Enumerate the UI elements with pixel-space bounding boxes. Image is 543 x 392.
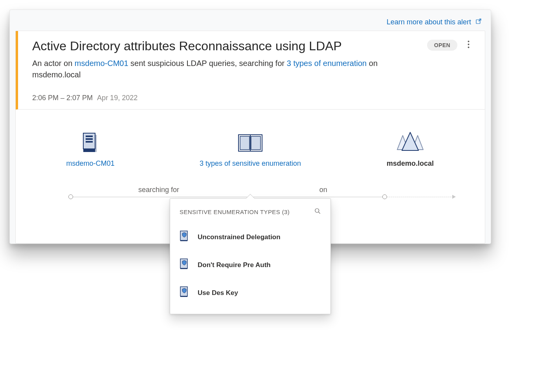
alert-card: Active Directory attributes Reconnaissan… xyxy=(15,31,485,244)
list-item-label: Don't Require Pre Auth xyxy=(198,261,271,269)
svg-rect-22 xyxy=(180,268,187,269)
svg-point-17 xyxy=(315,209,319,212)
svg-rect-8 xyxy=(86,141,93,143)
list-item-label: Use Des Key xyxy=(198,289,238,297)
svg-rect-6 xyxy=(86,136,93,137)
alert-header: Active Directory attributes Reconnaissan… xyxy=(16,31,485,110)
alert-title: Active Directory attributes Reconnaissan… xyxy=(32,38,427,54)
policy-shield-icon xyxy=(180,258,189,272)
segment-label: searching for xyxy=(138,186,179,194)
list-item[interactable]: Unconstrained Delegation xyxy=(180,223,321,251)
more-vertical-icon xyxy=(468,40,470,50)
external-link-icon xyxy=(475,18,482,27)
status-badge: OPEN xyxy=(427,40,457,51)
svg-rect-24 xyxy=(180,296,187,297)
timeline: searching for on xyxy=(71,197,453,198)
desc-text: sent suspicious LDAP queries, searching … xyxy=(128,59,287,68)
svg-rect-5 xyxy=(83,149,95,152)
enumeration-popover: SENSITIVE ENUMERATION TYPES (3) xyxy=(170,198,331,314)
desc-text: on xyxy=(367,59,378,68)
search-button[interactable] xyxy=(314,207,321,216)
timeline-dot xyxy=(68,194,73,199)
svg-point-1 xyxy=(468,41,469,42)
svg-line-18 xyxy=(319,212,320,214)
source-host-link[interactable]: msdemo-CM01 xyxy=(66,159,114,167)
svg-point-2 xyxy=(468,44,469,45)
popover-list: Unconstrained Delegation Don't Require P… xyxy=(170,219,330,307)
svg-rect-7 xyxy=(86,138,93,140)
actor-host-link[interactable]: msdemo-CM01 xyxy=(75,59,128,68)
svg-rect-11 xyxy=(240,136,249,150)
timeline-dot xyxy=(382,194,387,199)
target-node: msdemo.local xyxy=(351,129,469,168)
policy-shield-icon xyxy=(180,286,189,300)
enumeration-types-link[interactable]: 3 types of enumeration xyxy=(287,59,367,68)
desc-text: An actor on xyxy=(32,59,75,68)
source-node: msdemo-CM01 xyxy=(31,129,149,168)
timeline-arrow-icon xyxy=(452,195,456,199)
learn-more-row: Learn more about this alert xyxy=(15,15,485,31)
target-domain-text: msdemo.local xyxy=(32,70,81,79)
server-icon xyxy=(31,129,149,153)
alert-timestamp: 2:06 PM – 2:07 PM Apr 19, 2022 xyxy=(32,94,427,102)
time-range: 2:06 PM – 2:07 PM xyxy=(32,94,93,102)
search-icon xyxy=(314,209,321,216)
attack-diagram: msdemo-CM01 3 types of sensitive enumera… xyxy=(16,110,485,243)
enumeration-link[interactable]: 3 types of sensitive enumeration xyxy=(191,159,309,168)
alert-panel: Learn more about this alert Active Direc… xyxy=(9,9,491,244)
enumeration-node: 3 types of sensitive enumeration xyxy=(191,129,309,168)
list-item[interactable]: Use Des Key xyxy=(180,279,321,307)
svg-rect-9 xyxy=(95,135,97,152)
book-icon xyxy=(191,129,309,153)
target-domain-label: msdemo.local xyxy=(351,159,469,168)
popover-title: SENSITIVE ENUMERATION TYPES (3) xyxy=(180,209,290,215)
forest-domain-icon xyxy=(351,129,469,153)
policy-shield-icon xyxy=(180,230,189,244)
alert-description: An actor on msdemo-CM01 sent suspicious … xyxy=(32,58,427,81)
more-actions-button[interactable] xyxy=(463,40,474,51)
svg-point-3 xyxy=(468,47,469,48)
list-item[interactable]: Don't Require Pre Auth xyxy=(180,251,321,279)
alert-date: Apr 19, 2022 xyxy=(97,94,138,102)
svg-rect-12 xyxy=(251,136,260,150)
segment-label: on xyxy=(319,186,327,194)
learn-more-link[interactable]: Learn more about this alert xyxy=(387,18,471,26)
svg-rect-20 xyxy=(180,240,187,241)
list-item-label: Unconstrained Delegation xyxy=(198,233,281,241)
